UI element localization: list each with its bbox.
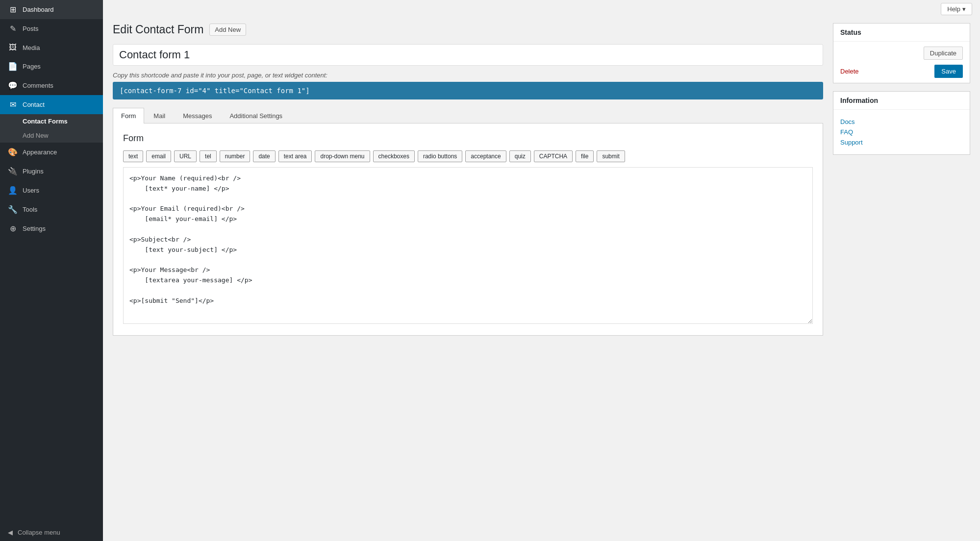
- tab-mail[interactable]: Mail: [145, 108, 174, 123]
- tab-messages[interactable]: Messages: [175, 108, 220, 123]
- tag-button-tel[interactable]: tel: [200, 150, 217, 162]
- sidebar-item-settings[interactable]: ⊕ Settings: [0, 219, 103, 238]
- media-icon: 🖼: [8, 43, 18, 52]
- sidebar: ⊞ Dashboard ✎ Posts 🖼 Media 📄 Pages 💬 Co…: [0, 0, 103, 541]
- top-bar: Help ▾: [103, 0, 980, 18]
- info-box-links: DocsFAQSupport: [833, 110, 970, 154]
- sidebar-item-label: Settings: [23, 225, 46, 232]
- main-content: Help ▾ Edit Contact Form Add New Copy th…: [103, 0, 980, 541]
- sidebar-item-label: Posts: [23, 25, 39, 32]
- tag-button-radio-buttons[interactable]: radio buttons: [418, 150, 462, 162]
- sidebar-item-dashboard[interactable]: ⊞ Dashboard: [0, 0, 103, 19]
- tag-button-submit[interactable]: submit: [597, 150, 625, 162]
- pages-icon: 📄: [8, 62, 18, 71]
- status-box-duplicate-row: Duplicate: [833, 42, 970, 60]
- sidebar-item-pages[interactable]: 📄 Pages: [0, 57, 103, 76]
- help-chevron-icon: ▾: [962, 5, 966, 13]
- sidebar-item-media[interactable]: 🖼 Media: [0, 38, 103, 57]
- tag-button-checkboxes[interactable]: checkboxes: [373, 150, 415, 162]
- contact-submenu: Contact Forms Add New: [0, 114, 103, 143]
- page-title-row: Edit Contact Form Add New: [113, 18, 823, 36]
- tabs: Form Mail Messages Additional Settings: [113, 107, 823, 123]
- contact-arrow: [92, 101, 95, 109]
- plugins-icon: 🔌: [8, 167, 18, 176]
- sidebar-subitem-add-new[interactable]: Add New: [0, 128, 103, 143]
- right-sidebar: Status Duplicate Delete Save Information…: [833, 18, 970, 531]
- info-box-title: Information: [833, 92, 970, 110]
- shortcode-box[interactable]: [contact-form-7 id="4" title="Contact fo…: [113, 82, 823, 99]
- tag-button-acceptance[interactable]: acceptance: [465, 150, 506, 162]
- duplicate-button[interactable]: Duplicate: [924, 47, 963, 60]
- info-box: Information DocsFAQSupport: [833, 91, 970, 155]
- tag-button-date[interactable]: date: [253, 150, 275, 162]
- settings-icon: ⊕: [8, 224, 18, 233]
- form-textarea[interactable]: [123, 167, 813, 324]
- tag-button-text-area[interactable]: text area: [278, 150, 312, 162]
- collapse-menu[interactable]: ◀ Collapse menu: [0, 524, 103, 541]
- tag-button-file[interactable]: file: [576, 150, 594, 162]
- content-area: Edit Contact Form Add New Copy this shor…: [103, 18, 980, 541]
- sidebar-item-label: Tools: [23, 206, 37, 213]
- comments-icon: 💬: [8, 81, 18, 90]
- sidebar-item-users[interactable]: 👤 Users: [0, 181, 103, 200]
- tools-icon: 🔧: [8, 205, 18, 214]
- tag-buttons: textemailURLtelnumberdatetext areadrop-d…: [123, 150, 813, 162]
- help-label: Help: [947, 5, 960, 13]
- main-panel: Edit Contact Form Add New Copy this shor…: [113, 18, 823, 531]
- tag-button-quiz[interactable]: quiz: [509, 150, 531, 162]
- form-editor-title: Form: [123, 133, 813, 144]
- shortcode-label: Copy this shortcode and paste it into yo…: [113, 72, 823, 79]
- delete-link[interactable]: Delete: [840, 68, 859, 75]
- sidebar-item-appearance[interactable]: 🎨 Appearance: [0, 143, 103, 162]
- sidebar-item-label: Contact: [23, 101, 45, 108]
- tag-button-url[interactable]: URL: [174, 150, 197, 162]
- contact-icon: ✉: [8, 100, 18, 109]
- appearance-icon: 🎨: [8, 148, 18, 157]
- sidebar-subitem-contact-forms[interactable]: Contact Forms: [0, 114, 103, 128]
- info-link-support[interactable]: Support: [840, 137, 963, 148]
- status-box-title: Status: [833, 24, 970, 42]
- sidebar-item-contact[interactable]: ✉ Contact: [0, 95, 103, 114]
- tag-button-drop-down-menu[interactable]: drop-down menu: [315, 150, 370, 162]
- sidebar-item-label: Pages: [23, 63, 41, 70]
- sidebar-item-label: Dashboard: [23, 6, 54, 13]
- sidebar-item-tools[interactable]: 🔧 Tools: [0, 200, 103, 219]
- add-new-button[interactable]: Add New: [209, 24, 246, 36]
- sidebar-item-label: Plugins: [23, 168, 44, 175]
- info-link-docs[interactable]: Docs: [840, 117, 963, 127]
- form-name-input[interactable]: [113, 44, 823, 66]
- status-box: Status Duplicate Delete Save: [833, 23, 970, 83]
- page-title: Edit Contact Form: [113, 23, 203, 36]
- tag-button-captcha[interactable]: CAPTCHA: [534, 150, 573, 162]
- sidebar-item-label: Users: [23, 187, 39, 194]
- tab-form[interactable]: Form: [113, 108, 144, 123]
- info-link-faq[interactable]: FAQ: [840, 127, 963, 137]
- help-button[interactable]: Help ▾: [941, 3, 972, 15]
- sidebar-item-comments[interactable]: 💬 Comments: [0, 76, 103, 95]
- form-editor: Form textemailURLtelnumberdatetext aread…: [113, 123, 823, 336]
- collapse-icon: ◀: [8, 529, 13, 536]
- sidebar-item-label: Appearance: [23, 148, 57, 156]
- sidebar-bottom: ◀ Collapse menu: [0, 524, 103, 541]
- status-box-actions: Delete Save: [833, 60, 970, 83]
- posts-icon: ✎: [8, 24, 18, 33]
- dashboard-icon: ⊞: [8, 5, 18, 14]
- collapse-label: Collapse menu: [18, 529, 60, 536]
- sidebar-item-label: Comments: [23, 82, 53, 89]
- tag-button-text[interactable]: text: [123, 150, 143, 162]
- sidebar-item-label: Media: [23, 44, 40, 51]
- sidebar-item-plugins[interactable]: 🔌 Plugins: [0, 162, 103, 181]
- sidebar-item-posts[interactable]: ✎ Posts: [0, 19, 103, 38]
- users-icon: 👤: [8, 186, 18, 195]
- save-button[interactable]: Save: [934, 65, 963, 78]
- tag-button-email[interactable]: email: [146, 150, 171, 162]
- tab-additional-settings[interactable]: Additional Settings: [221, 108, 291, 123]
- tag-button-number[interactable]: number: [220, 150, 251, 162]
